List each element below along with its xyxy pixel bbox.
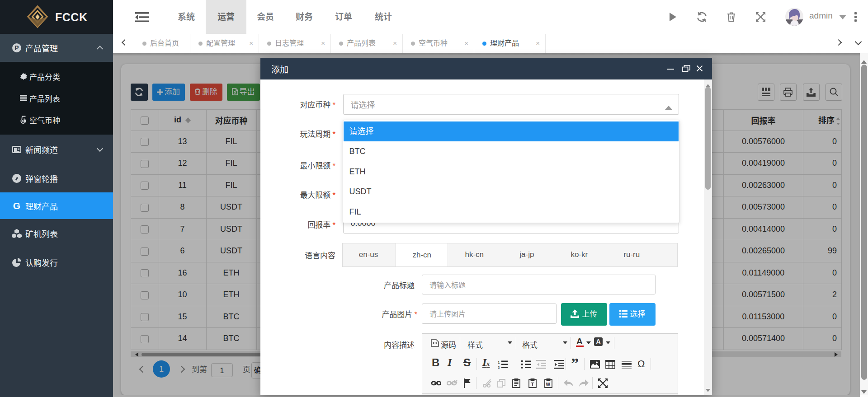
svg-text:1: 1 <box>498 360 500 364</box>
svg-text:P: P <box>14 44 19 51</box>
svg-text:2: 2 <box>498 365 500 369</box>
svg-text:T: T <box>531 381 534 387</box>
svg-text:W: W <box>546 382 551 387</box>
